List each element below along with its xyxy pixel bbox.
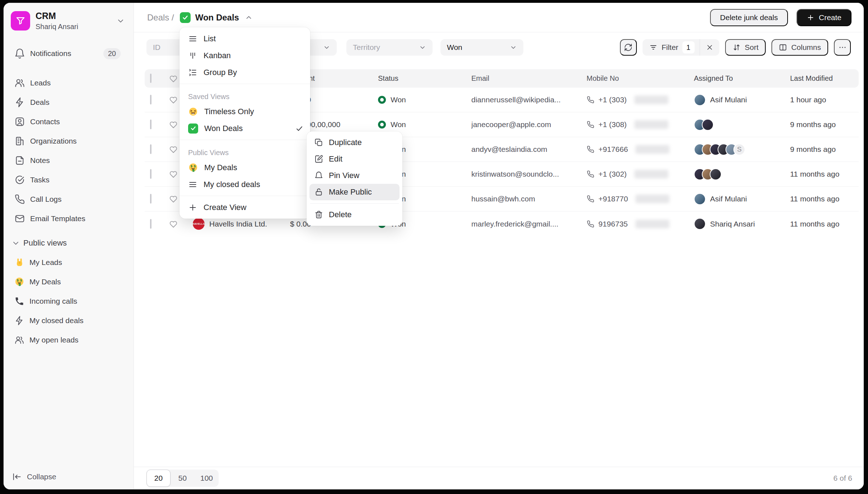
avatar [702,119,714,131]
redacted-number [635,145,669,154]
row-checkbox[interactable] [150,219,151,229]
money-face-emoji-icon: $$ [14,277,24,287]
ellipsis-icon [838,43,847,52]
column-header-mobile[interactable]: Mobile No [587,74,694,83]
menu-item-create-view[interactable]: Create View [179,199,310,216]
sidebar-item-email-templates[interactable]: Email Templates [4,209,134,228]
breadcrumb-deals-link[interactable]: Deals / [147,13,174,23]
sidebar-item-contacts[interactable]: Contacts [4,112,134,131]
filter-count-badge: 1 [682,41,695,53]
chevron-up-icon[interactable] [245,14,253,22]
page-title[interactable]: Won Deals [195,13,239,23]
sidebar-nav: Leads Deals Contacts Organizations Notes… [4,73,134,228]
clear-filter-button[interactable] [700,43,719,51]
sidebar-item-notifications[interactable]: Notifications 20 [4,44,134,63]
email-cell: andyv@teslaindia.com [471,145,587,154]
chevron-down-icon [11,239,20,247]
avatar [694,193,706,205]
column-header-email[interactable]: Email [471,74,587,83]
sidebar-item-call-logs[interactable]: Call Logs [4,190,134,209]
id-filter-placeholder: ID [153,43,160,52]
sidebar-item-notes[interactable]: Notes [4,151,134,170]
page-size-50-button[interactable]: 50 [171,470,195,487]
sidebar-item-label: Email Templates [30,214,85,223]
modified-cell: 11 months ago [790,220,859,228]
menu-item-delete[interactable]: Delete [309,206,400,223]
territory-filter-select[interactable]: Territory [346,39,433,56]
row-checkbox[interactable] [150,144,151,154]
refresh-icon [624,43,633,52]
pin-icon [314,171,323,180]
row-checkbox[interactable] [150,169,151,179]
sidebar-item-incoming-calls[interactable]: Incoming calls [4,292,134,311]
create-button[interactable]: Create [797,9,851,26]
public-views-label: Public views [23,238,67,248]
columns-button[interactable]: Columns [771,39,828,56]
more-options-button[interactable] [834,39,851,56]
menu-item-make-public[interactable]: Make Public [309,184,400,200]
menu-item-group-by[interactable]: Group By [179,64,310,81]
favorite-heart-icon[interactable] [169,120,178,129]
modified-cell: 9 months ago [790,145,859,154]
favorite-heart-icon[interactable] [169,219,178,229]
redacted-number [635,195,669,203]
favorite-heart-icon[interactable] [169,145,178,154]
chevron-down-icon [419,44,426,51]
workspace-switcher[interactable]: CRM Shariq Ansari [4,3,134,31]
page-size-100-button[interactable]: 100 [195,470,219,487]
menu-item-list[interactable]: List [179,30,310,47]
divider [179,196,310,196]
org-name: Havells India Ltd. [209,220,267,228]
chevron-down-icon[interactable] [116,17,125,25]
menu-item-edit[interactable]: Edit [309,151,400,167]
column-header-status[interactable]: Status [378,74,471,83]
select-all-checkbox[interactable] [150,74,151,83]
sidebar-item-label: My open leads [29,336,79,344]
menu-item-my-deals[interactable]: $$ My Deals [179,159,310,176]
column-header-modified[interactable]: Last Modified [790,74,859,83]
menu-item-label: Group By [204,68,237,77]
menu-item-kanban[interactable]: Kanban [179,47,310,64]
mobile-cell: 9196735 [598,220,628,228]
page-size-20-button[interactable]: 20 [146,470,171,487]
list-icon [188,180,197,189]
row-checkbox[interactable] [150,95,151,104]
phone-icon [587,195,594,203]
menu-item-my-closed-deals[interactable]: My closed deals [179,176,310,193]
menu-item-duplicate[interactable]: Duplicate [309,134,400,151]
status-won-icon [378,96,386,104]
check-icon [182,14,189,21]
view-context-menu: Duplicate Edit Pin View Make Public Dele… [307,131,402,226]
filter-button-label: Filter [662,43,678,52]
sidebar-item-label: Tasks [30,176,50,184]
table-toolbar: Filter 1 Sort Columns [620,39,851,56]
bell-icon [14,48,25,59]
record-count: 6 of 6 [833,474,852,483]
sidebar-item-tasks[interactable]: Tasks [4,170,134,190]
sidebar-item-my-closed-deals[interactable]: My closed deals [4,311,134,330]
collapse-sidebar-button[interactable]: Collapse [4,464,134,489]
menu-item-timeless-only[interactable]: Timeless Only [179,103,310,120]
sidebar-item-deals[interactable]: Deals [4,93,134,112]
refresh-button[interactable] [620,39,637,56]
sidebar-item-leads[interactable]: Leads [4,73,134,93]
sidebar-item-my-leads[interactable]: My Leads [4,253,134,272]
row-checkbox[interactable] [150,194,151,204]
favorite-heart-icon[interactable] [169,169,178,179]
sidebar-item-my-open-leads[interactable]: My open leads [4,330,134,350]
sidebar-item-my-deals[interactable]: $$ My Deals [4,272,134,292]
sort-button[interactable]: Sort [725,39,766,56]
filter-button[interactable]: Filter 1 [643,41,700,53]
public-views-section-toggle[interactable]: Public views [4,233,134,253]
favorite-heart-icon[interactable] [169,194,178,204]
stage-filter-select[interactable]: Won [440,39,523,56]
menu-item-pin-view[interactable]: Pin View [309,167,400,184]
sort-icon [732,43,741,52]
favorite-heart-icon[interactable] [169,95,178,104]
sidebar-item-organizations[interactable]: Organizations [4,131,134,151]
delete-junk-deals-button[interactable]: Delete junk deals [710,9,788,26]
svg-text:$: $ [190,164,192,168]
menu-item-won-deals[interactable]: Won Deals [179,120,310,137]
row-checkbox[interactable] [150,120,151,129]
column-header-assigned[interactable]: Assigned To [694,74,790,83]
